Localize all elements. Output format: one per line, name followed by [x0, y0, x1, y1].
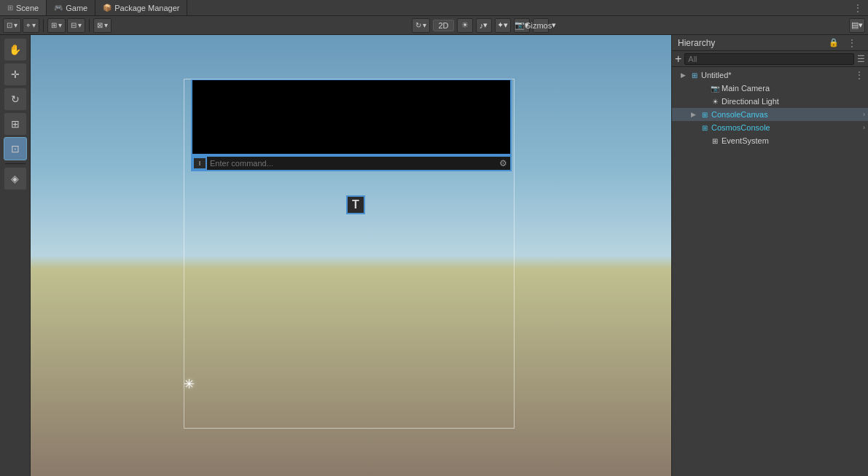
- 2d-toggle-button[interactable]: 2D: [433, 20, 453, 31]
- extras-button[interactable]: ⊠ ▾: [93, 18, 112, 33]
- directional-light-icon: ☀: [710, 96, 720, 106]
- untitled-indent: ▶ ⊞ Untitled* ⋮: [672, 70, 868, 80]
- hierarchy-items-list: ▶ ⊞ Untitled* ⋮ 📷 Main Camera ☀: [672, 67, 868, 476]
- extras-arrow: ▾: [104, 21, 108, 29]
- main-camera-arrow: [698, 83, 708, 93]
- hierarchy-header: Hierarchy 🔒 ⋮: [672, 35, 868, 51]
- untitled-label: Untitled*: [701, 71, 732, 79]
- event-system-label: EventSystem: [722, 136, 769, 145]
- effects-icon: ✦: [497, 20, 504, 30]
- audio-arrow: ▾: [483, 20, 488, 30]
- hierarchy-item-cosmos-console[interactable]: ⊞ CosmosConsole ›: [672, 121, 868, 134]
- hierarchy-item-console-canvas[interactable]: ▶ ⊞ ConsoleCanvas ›: [672, 108, 868, 121]
- transform-tool-button[interactable]: ◈: [4, 167, 27, 190]
- console-input-field[interactable]: [207, 157, 496, 170]
- gizmo-toggle-button[interactable]: ⊡ ▾: [3, 18, 21, 33]
- rotate-tool-icon: ↻: [11, 93, 20, 105]
- hierarchy-lock-icon[interactable]: 🔒: [829, 38, 839, 47]
- aspect-icon: ▤: [851, 20, 859, 30]
- tabs-overflow-button[interactable]: ⋮: [848, 3, 868, 13]
- untitled-dots-button[interactable]: ⋮: [855, 70, 868, 80]
- tab-game[interactable]: 🎮 Game: [47, 0, 95, 15]
- hierarchy-menu-button[interactable]: ☰: [857, 54, 865, 64]
- camera-icon: 📷: [515, 20, 525, 30]
- rotate-tool-button[interactable]: ↻: [4, 87, 27, 111]
- aspect-ratio-button[interactable]: ▤ ▾: [849, 18, 865, 33]
- hand-icon: ✋: [9, 44, 21, 55]
- hierarchy-panel: Hierarchy 🔒 ⋮ + ☰ ▶ ⊞ Untitled* ⋮: [671, 35, 868, 476]
- snap-icon: ⊟: [71, 21, 77, 29]
- transform-pivot-button[interactable]: ⌖ ▾: [23, 18, 39, 33]
- transform-icon: ◈: [11, 173, 19, 184]
- main-camera-indent: 📷 Main Camera: [672, 83, 868, 93]
- scene-viewport[interactable]: I ⚙ T ✳: [31, 35, 671, 476]
- hierarchy-search-input[interactable]: [684, 53, 854, 65]
- toolbar-center: ↻ ▾ 2D ☀ ♪ ▾ ✦ ▾ 📷 ▾ Gizmos ▾: [113, 18, 848, 33]
- grid-toggle-button[interactable]: ⊞ ▾: [47, 18, 66, 33]
- cosmos-console-arrow: [688, 122, 698, 133]
- sun-gizmo-icon: ✳: [184, 377, 195, 391]
- scene-tab-label: Scene: [16, 4, 39, 12]
- cosmos-console-label: CosmosConsole: [711, 123, 770, 132]
- directional-light-label: Directional Light: [722, 97, 779, 106]
- rotate-arrow: ▾: [423, 21, 426, 29]
- gizmo-arrow: ▾: [14, 21, 17, 29]
- snap-toggle-button[interactable]: ⊟ ▾: [67, 18, 85, 33]
- game-tab-label: Game: [66, 4, 87, 12]
- untitled-arrow: ▶: [678, 70, 688, 80]
- hierarchy-item-event-system[interactable]: ⊞ EventSystem: [672, 134, 868, 147]
- gizmos-button[interactable]: Gizmos ▾: [533, 18, 549, 33]
- console-canvas-arrow: ▶: [688, 109, 698, 120]
- console-canvas-indent: ▶ ⊞ ConsoleCanvas ›: [672, 109, 868, 120]
- console-settings-icon[interactable]: ⚙: [496, 157, 510, 170]
- hierarchy-item-main-camera[interactable]: 📷 Main Camera: [672, 82, 868, 95]
- effects-arrow: ▾: [504, 20, 508, 30]
- extras-icon: ⊠: [97, 21, 103, 29]
- console-canvas-icon: ⊞: [700, 109, 710, 120]
- game-tab-icon: 🎮: [54, 4, 63, 12]
- event-system-arrow: [698, 136, 708, 146]
- main-layout: ✋ ✛ ↻ ⊞ ⊡ ◈ I ⚙: [0, 35, 868, 476]
- toolbar-right: ▤ ▾: [849, 18, 865, 33]
- scene-toolbar: ⊡ ▾ ⌖ ▾ ⊞ ▾ ⊟ ▾ ⊠ ▾ ↻ ▾ 2D ☀ ♪ ▾ ✦ ▾: [0, 16, 868, 35]
- main-camera-icon: 📷: [710, 83, 720, 93]
- pivot-arrow: ▾: [32, 21, 36, 29]
- event-system-indent: ⊞ EventSystem: [672, 136, 868, 146]
- tab-package-manager[interactable]: 📦 Package Manager: [95, 0, 187, 15]
- gizmo-icon: ⊡: [7, 21, 12, 29]
- rotate-dropdown-button[interactable]: ↻ ▾: [412, 18, 430, 33]
- text-tool-overlay: T: [346, 195, 365, 214]
- toolbar-sep-1: [43, 19, 44, 32]
- gizmos-label: Gizmos: [525, 21, 552, 30]
- hand-tool-button[interactable]: ✋: [4, 38, 27, 61]
- lighting-button[interactable]: ☀: [457, 18, 473, 33]
- hierarchy-dots-button[interactable]: ⋮: [842, 38, 862, 48]
- settings-gear-icon: ⚙: [499, 158, 507, 168]
- cosmos-console-icon: ⊞: [700, 122, 710, 133]
- hierarchy-toolbar: + ☰: [672, 51, 868, 67]
- console-canvas-panel: I ⚙: [191, 79, 512, 171]
- hierarchy-item-directional-light[interactable]: ☀ Directional Light: [672, 95, 868, 108]
- console-canvas-label: ConsoleCanvas: [711, 110, 768, 119]
- hierarchy-add-button[interactable]: +: [675, 53, 681, 65]
- console-output-area: [191, 79, 512, 155]
- move-icon: ✛: [11, 69, 20, 80]
- tab-scene[interactable]: ⊞ Scene: [0, 0, 47, 15]
- directional-light-indent: ☀ Directional Light: [672, 96, 868, 106]
- audio-button[interactable]: ♪ ▾: [476, 18, 492, 33]
- effects-button[interactable]: ✦ ▾: [495, 18, 511, 33]
- cosmos-console-indent: ⊞ CosmosConsole ›: [672, 122, 868, 133]
- hierarchy-item-untitled[interactable]: ▶ ⊞ Untitled* ⋮: [672, 69, 868, 82]
- cosmos-console-chevron: ›: [863, 124, 868, 131]
- rect-tool-button[interactable]: ⊡: [4, 137, 27, 160]
- console-input-row: I ⚙: [191, 155, 512, 171]
- scale-tool-button[interactable]: ⊞: [4, 112, 27, 136]
- directional-light-gizmo: ✳: [184, 376, 195, 392]
- aspect-arrow: ▾: [859, 20, 863, 30]
- console-canvas-chevron: ›: [863, 111, 868, 118]
- light-icon: ☀: [461, 20, 469, 30]
- main-camera-label: Main Camera: [722, 84, 770, 93]
- scale-icon: ⊞: [11, 118, 20, 130]
- package-tab-icon: 📦: [103, 4, 112, 12]
- move-tool-button[interactable]: ✛: [4, 63, 27, 86]
